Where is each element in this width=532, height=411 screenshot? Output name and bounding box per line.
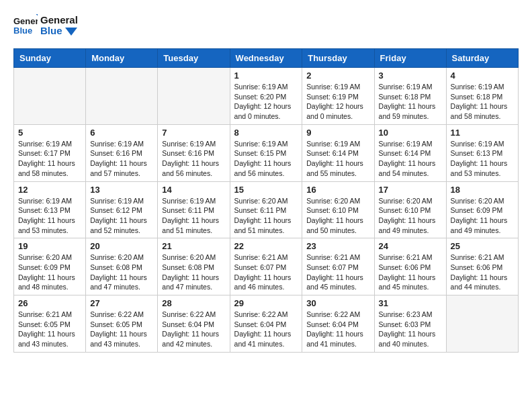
day-number: 24 [379, 241, 442, 251]
day-number: 8 [234, 128, 298, 138]
calendar-cell: 1Sunrise: 6:19 AM Sunset: 6:20 PM Daylig… [230, 68, 302, 125]
day-number: 14 [162, 185, 225, 195]
calendar-cell [14, 68, 86, 125]
day-info: Sunrise: 6:20 AM Sunset: 6:08 PM Dayligh… [162, 253, 225, 292]
calendar-cell: 27Sunrise: 6:22 AM Sunset: 6:05 PM Dayli… [86, 295, 158, 353]
calendar-cell: 5Sunrise: 6:19 AM Sunset: 6:17 PM Daylig… [14, 124, 86, 181]
day-info: Sunrise: 6:19 AM Sunset: 6:13 PM Dayligh… [18, 196, 81, 236]
day-info: Sunrise: 6:21 AM Sunset: 6:05 PM Dayligh… [18, 310, 81, 349]
calendar-cell: 24Sunrise: 6:21 AM Sunset: 6:06 PM Dayli… [374, 238, 446, 295]
calendar-cell: 28Sunrise: 6:22 AM Sunset: 6:04 PM Dayli… [158, 295, 230, 353]
weekday-header-monday: Monday [86, 49, 158, 68]
day-info: Sunrise: 6:21 AM Sunset: 6:07 PM Dayligh… [234, 253, 298, 292]
calendar-week-row: 12Sunrise: 6:19 AM Sunset: 6:13 PM Dayli… [14, 181, 519, 238]
calendar-cell: 31Sunrise: 6:23 AM Sunset: 6:03 PM Dayli… [374, 295, 446, 353]
calendar-cell: 7Sunrise: 6:19 AM Sunset: 6:16 PM Daylig… [158, 124, 230, 181]
day-info: Sunrise: 6:21 AM Sunset: 6:06 PM Dayligh… [379, 253, 442, 292]
calendar-cell: 23Sunrise: 6:21 AM Sunset: 6:07 PM Dayli… [302, 238, 374, 295]
logo-blue-text: Blue [40, 26, 78, 37]
calendar-cell: 4Sunrise: 6:19 AM Sunset: 6:18 PM Daylig… [446, 68, 518, 125]
day-number: 5 [18, 128, 81, 138]
day-info: Sunrise: 6:22 AM Sunset: 6:04 PM Dayligh… [234, 310, 298, 349]
weekday-header-thursday: Thursday [302, 49, 374, 68]
day-info: Sunrise: 6:20 AM Sunset: 6:10 PM Dayligh… [306, 196, 369, 236]
day-number: 19 [18, 241, 81, 251]
calendar-cell: 19Sunrise: 6:20 AM Sunset: 6:09 PM Dayli… [14, 238, 86, 295]
calendar-cell: 13Sunrise: 6:19 AM Sunset: 6:12 PM Dayli… [86, 181, 158, 238]
calendar-week-row: 26Sunrise: 6:21 AM Sunset: 6:05 PM Dayli… [14, 295, 519, 353]
day-number: 1 [234, 71, 298, 81]
day-info: Sunrise: 6:19 AM Sunset: 6:19 PM Dayligh… [306, 82, 369, 122]
day-number: 25 [451, 241, 514, 251]
weekday-header-friday: Friday [374, 49, 446, 68]
calendar-cell: 22Sunrise: 6:21 AM Sunset: 6:07 PM Dayli… [230, 238, 302, 295]
day-info: Sunrise: 6:22 AM Sunset: 6:04 PM Dayligh… [306, 310, 369, 349]
calendar-week-row: 1Sunrise: 6:19 AM Sunset: 6:20 PM Daylig… [14, 68, 519, 125]
day-number: 27 [90, 298, 153, 308]
day-number: 22 [234, 241, 298, 251]
weekday-header-saturday: Saturday [446, 49, 518, 68]
logo-arrow-icon [65, 28, 77, 36]
calendar-cell: 30Sunrise: 6:22 AM Sunset: 6:04 PM Dayli… [302, 295, 374, 353]
day-info: Sunrise: 6:19 AM Sunset: 6:14 PM Dayligh… [306, 139, 369, 179]
day-info: Sunrise: 6:20 AM Sunset: 6:09 PM Dayligh… [18, 253, 81, 292]
calendar-cell: 2Sunrise: 6:19 AM Sunset: 6:19 PM Daylig… [302, 68, 374, 125]
calendar-cell [446, 295, 518, 353]
day-info: Sunrise: 6:19 AM Sunset: 6:15 PM Dayligh… [234, 139, 298, 179]
day-number: 4 [451, 71, 514, 81]
logo-icon: General Blue [13, 13, 38, 38]
calendar-cell: 3Sunrise: 6:19 AM Sunset: 6:18 PM Daylig… [374, 68, 446, 125]
calendar-cell: 21Sunrise: 6:20 AM Sunset: 6:08 PM Dayli… [158, 238, 230, 295]
calendar-cell: 29Sunrise: 6:22 AM Sunset: 6:04 PM Dayli… [230, 295, 302, 353]
weekday-header-tuesday: Tuesday [158, 49, 230, 68]
day-info: Sunrise: 6:19 AM Sunset: 6:18 PM Dayligh… [379, 82, 442, 122]
day-number: 3 [379, 71, 442, 81]
day-number: 21 [162, 241, 225, 251]
svg-text:General: General [13, 16, 38, 26]
day-info: Sunrise: 6:19 AM Sunset: 6:20 PM Dayligh… [234, 82, 298, 122]
calendar-cell: 15Sunrise: 6:20 AM Sunset: 6:11 PM Dayli… [230, 181, 302, 238]
calendar-cell: 10Sunrise: 6:19 AM Sunset: 6:14 PM Dayli… [374, 124, 446, 181]
day-info: Sunrise: 6:19 AM Sunset: 6:16 PM Dayligh… [90, 139, 153, 179]
calendar-cell: 9Sunrise: 6:19 AM Sunset: 6:14 PM Daylig… [302, 124, 374, 181]
calendar-cell: 20Sunrise: 6:20 AM Sunset: 6:08 PM Dayli… [86, 238, 158, 295]
day-info: Sunrise: 6:20 AM Sunset: 6:11 PM Dayligh… [234, 196, 298, 236]
calendar-cell: 17Sunrise: 6:20 AM Sunset: 6:10 PM Dayli… [374, 181, 446, 238]
calendar-week-row: 19Sunrise: 6:20 AM Sunset: 6:09 PM Dayli… [14, 238, 519, 295]
day-number: 13 [90, 185, 153, 195]
weekday-header-sunday: Sunday [14, 49, 86, 68]
day-number: 23 [306, 241, 369, 251]
calendar-cell: 16Sunrise: 6:20 AM Sunset: 6:10 PM Dayli… [302, 181, 374, 238]
calendar-cell: 8Sunrise: 6:19 AM Sunset: 6:15 PM Daylig… [230, 124, 302, 181]
day-number: 18 [451, 185, 514, 195]
day-number: 12 [18, 185, 81, 195]
day-info: Sunrise: 6:20 AM Sunset: 6:09 PM Dayligh… [451, 196, 514, 236]
weekday-header-row: SundayMondayTuesdayWednesdayThursdayFrid… [14, 49, 519, 68]
svg-marker-4 [65, 28, 77, 36]
day-info: Sunrise: 6:19 AM Sunset: 6:17 PM Dayligh… [18, 139, 81, 179]
day-number: 29 [234, 298, 298, 308]
calendar-cell [158, 68, 230, 125]
day-info: Sunrise: 6:19 AM Sunset: 6:12 PM Dayligh… [90, 196, 153, 236]
day-number: 28 [162, 298, 225, 308]
day-number: 30 [306, 298, 369, 308]
calendar-cell: 12Sunrise: 6:19 AM Sunset: 6:13 PM Dayli… [14, 181, 86, 238]
calendar-cell: 26Sunrise: 6:21 AM Sunset: 6:05 PM Dayli… [14, 295, 86, 353]
day-number: 17 [379, 185, 442, 195]
calendar-week-row: 5Sunrise: 6:19 AM Sunset: 6:17 PM Daylig… [14, 124, 519, 181]
day-info: Sunrise: 6:20 AM Sunset: 6:10 PM Dayligh… [379, 196, 442, 236]
day-info: Sunrise: 6:19 AM Sunset: 6:16 PM Dayligh… [162, 139, 225, 179]
day-number: 10 [379, 128, 442, 138]
weekday-header-wednesday: Wednesday [230, 49, 302, 68]
calendar-cell: 11Sunrise: 6:19 AM Sunset: 6:13 PM Dayli… [446, 124, 518, 181]
day-number: 2 [306, 71, 369, 81]
logo: General Blue General Blue [13, 13, 78, 38]
day-info: Sunrise: 6:21 AM Sunset: 6:07 PM Dayligh… [306, 253, 369, 292]
day-info: Sunrise: 6:22 AM Sunset: 6:04 PM Dayligh… [162, 310, 225, 349]
calendar-cell: 6Sunrise: 6:19 AM Sunset: 6:16 PM Daylig… [86, 124, 158, 181]
day-info: Sunrise: 6:20 AM Sunset: 6:08 PM Dayligh… [90, 253, 153, 292]
day-info: Sunrise: 6:19 AM Sunset: 6:11 PM Dayligh… [162, 196, 225, 236]
day-info: Sunrise: 6:19 AM Sunset: 6:14 PM Dayligh… [379, 139, 442, 179]
day-info: Sunrise: 6:19 AM Sunset: 6:13 PM Dayligh… [451, 139, 514, 179]
day-number: 31 [379, 298, 442, 308]
